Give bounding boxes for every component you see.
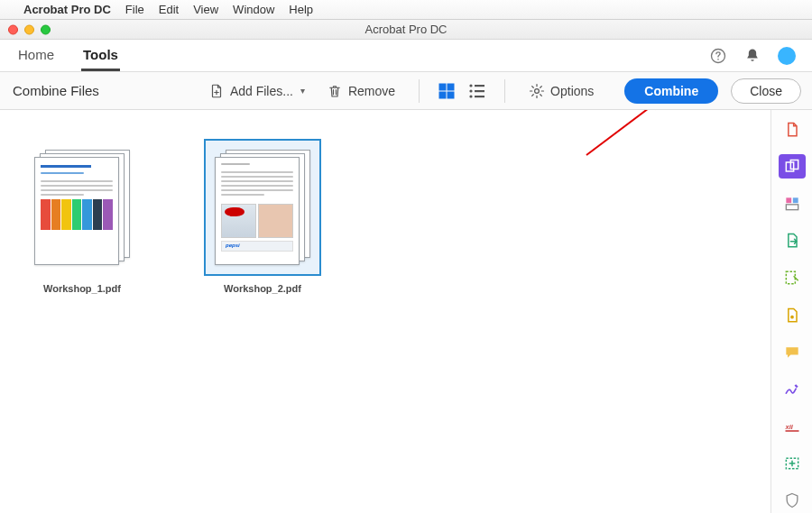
remove-label: Remove [348, 84, 395, 98]
separator [504, 79, 505, 103]
comment-icon [783, 344, 801, 362]
file-name-label: Workshop_2.pdf [224, 283, 301, 294]
svg-point-10 [469, 95, 472, 97]
rail-combine-files[interactable] [779, 154, 806, 179]
window-titlebar: Acrobat Pro DC [0, 20, 812, 40]
macos-menubar: Acrobat Pro DC File Edit View Window Hel… [0, 0, 812, 20]
svg-point-12 [535, 88, 540, 93]
shield-icon [783, 491, 801, 509]
rail-organize-pages[interactable] [779, 191, 806, 215]
svg-rect-22 [785, 430, 798, 432]
help-icon[interactable] [709, 47, 727, 65]
trash-icon [327, 83, 343, 99]
svg-rect-19 [786, 272, 795, 284]
rail-shield[interactable] [779, 489, 806, 513]
avatar-icon[interactable] [778, 47, 796, 65]
svg-point-1 [717, 59, 719, 60]
svg-rect-9 [475, 90, 484, 92]
combine-files-icon [783, 158, 801, 176]
svg-point-20 [790, 315, 794, 318]
remove-button[interactable]: Remove [319, 79, 402, 103]
edit-pdf-icon [783, 269, 801, 287]
svg-rect-4 [439, 92, 446, 98]
svg-rect-15 [790, 160, 798, 169]
add-files-button[interactable]: Add Files... ▾ [201, 79, 312, 103]
fill-sign-icon [783, 380, 801, 398]
file-name-label: Workshop_1.pdf [43, 283, 121, 294]
svg-rect-3 [448, 84, 454, 90]
menu-file[interactable]: File [125, 3, 144, 16]
window-controls [8, 24, 51, 34]
gear-icon [529, 83, 545, 99]
menubar-app-name[interactable]: Acrobat Pro DC [23, 3, 111, 16]
navbar-right [709, 40, 801, 71]
file-thumbnail[interactable]: pepsi [204, 139, 321, 276]
svg-rect-16 [786, 197, 791, 203]
svg-rect-11 [475, 96, 484, 97]
close-button[interactable]: Close [731, 78, 801, 104]
add-file-icon [208, 83, 225, 99]
file-list: Workshop_1.pdf [23, 139, 747, 294]
combine-toolbar: Combine Files Add Files... ▾ Remove Opti… [0, 72, 812, 110]
grid-icon [436, 80, 457, 102]
page-stack-icon [34, 150, 130, 265]
export-pdf-icon [783, 232, 801, 250]
svg-rect-18 [786, 205, 798, 210]
rail-redact[interactable]: xii [779, 415, 806, 439]
menu-view[interactable]: View [193, 3, 218, 16]
redact-icon: xii [783, 417, 801, 435]
add-files-label: Add Files... [230, 84, 293, 98]
page-stack-icon: pepsi [215, 150, 310, 265]
tools-rail: xii [770, 110, 812, 513]
file-card[interactable]: Workshop_1.pdf [23, 139, 141, 294]
rail-fill-sign[interactable] [779, 377, 806, 401]
svg-rect-5 [448, 92, 454, 98]
rail-export-pdf[interactable] [779, 229, 806, 253]
close-window-button[interactable] [8, 24, 18, 34]
options-button[interactable]: Options [521, 79, 601, 103]
bell-icon[interactable] [743, 47, 761, 65]
list-view-button[interactable] [466, 80, 488, 102]
rail-comment[interactable] [779, 340, 806, 364]
rail-create-pdf[interactable] [779, 117, 806, 142]
more-tools-icon [783, 454, 801, 472]
svg-point-6 [469, 84, 472, 87]
grid-view-button[interactable] [436, 80, 457, 102]
toolbar-title: Combine Files [11, 83, 99, 98]
main-area: Workshop_1.pdf [0, 110, 812, 513]
window-title: Acrobat Pro DC [364, 23, 447, 36]
menu-window[interactable]: Window [233, 3, 274, 16]
chevron-down-icon: ▾ [300, 86, 305, 96]
organize-pages-icon [783, 195, 801, 213]
file-card[interactable]: pepsi Workshop_2.pdf [204, 139, 321, 294]
file-canvas[interactable]: Workshop_1.pdf [0, 110, 770, 513]
svg-text:xii: xii [784, 423, 793, 431]
menu-edit[interactable]: Edit [159, 3, 179, 16]
rail-more-tools[interactable] [779, 452, 806, 476]
app-navbar: Home Tools [0, 40, 812, 72]
menu-help[interactable]: Help [289, 3, 313, 16]
combine-button[interactable]: Combine [624, 78, 718, 104]
rail-protect[interactable] [779, 303, 806, 327]
options-label: Options [550, 84, 594, 98]
protect-icon [783, 307, 801, 325]
svg-rect-7 [475, 85, 484, 87]
tab-home[interactable]: Home [16, 40, 56, 71]
zoom-window-button[interactable] [41, 24, 51, 34]
list-icon [466, 80, 488, 102]
create-pdf-icon [783, 121, 801, 139]
svg-rect-2 [439, 84, 446, 90]
view-toggle [436, 80, 488, 102]
svg-rect-17 [792, 197, 798, 203]
toolbar-actions: Combine Close [624, 78, 801, 104]
tab-tools[interactable]: Tools [81, 40, 120, 71]
separator [419, 79, 420, 103]
svg-point-8 [469, 89, 472, 92]
svg-rect-14 [786, 162, 793, 171]
minimize-window-button[interactable] [24, 24, 34, 34]
rail-edit-pdf[interactable] [779, 266, 806, 290]
nav-tabs: Home Tools [11, 40, 125, 71]
file-thumbnail[interactable] [23, 139, 141, 276]
